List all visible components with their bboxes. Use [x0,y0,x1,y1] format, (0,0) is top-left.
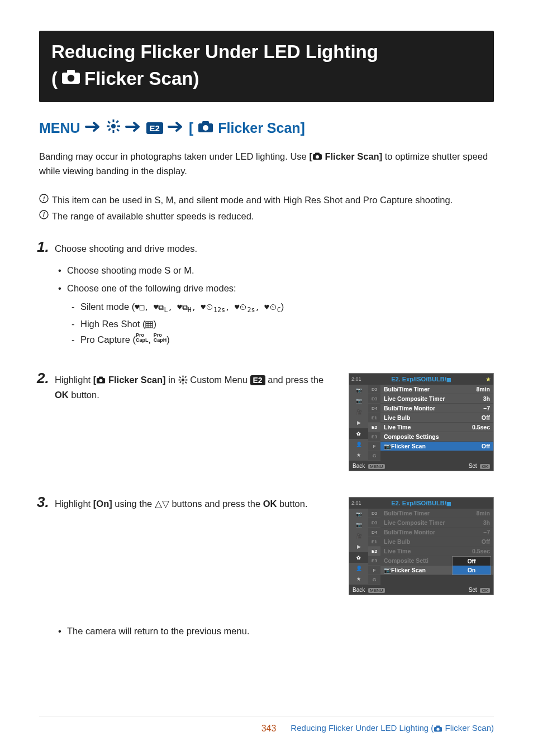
bracket-open: [ [189,120,193,136]
svg-rect-38 [179,381,182,384]
svg-rect-10 [116,120,119,123]
svg-rect-32 [182,382,183,384]
step-number: 3. [37,494,49,511]
svg-point-14 [203,125,208,131]
menu-label: MENU [39,120,80,136]
mode-s: S [154,195,160,205]
arrow-right-icon [125,119,142,137]
svg-rect-8 [107,121,111,124]
info-circle-icon: i [39,209,49,224]
steps-list: 1. Choose shooting and drive modes. Choo… [39,242,494,639]
comma: , [160,195,165,205]
popup-option-off: Off [453,557,491,566]
page-title-bar: Reducing Flicker Under LED Lighting ( Fl… [39,31,494,102]
svg-point-2 [68,75,74,82]
menu-path: MENU E2 [ Flicker Scan] [39,119,494,137]
svg-rect-33 [178,380,180,381]
svg-rect-7 [117,125,120,127]
svg-point-30 [182,379,184,381]
svg-rect-4 [112,119,114,122]
camera-icon: 📷 [384,567,391,573]
menu-rows: Bulb/Time Timer8min Live Composite Timer… [380,509,493,585]
menu-row: Bulb/Time Monitor–7 [380,528,493,537]
svg-rect-31 [182,376,183,377]
star-icon: ★ [481,376,491,383]
camera-menu-screenshot-b: 2:01 E2. Exp/ISO/BULB/▦ 📷 📷 🎥 ▶ ✿ 👤 ★ [349,497,494,595]
gear-icon [106,119,121,137]
menu-left-tabs: 📷 📷 🎥 ▶ ✿ 👤 ★ [349,509,368,585]
svg-point-29 [99,379,103,382]
svg-rect-36 [185,381,187,384]
menu-footer: Back MENU Set OK [349,585,493,595]
title-tail: Flicker Scan) [84,65,199,92]
arrow-right-icon [85,119,102,137]
step3-return-note: The camera will return to the previous m… [67,624,494,639]
note-caution: ! This item can be used in S, M, and sil… [39,193,494,208]
svg-rect-6 [107,125,110,127]
svg-rect-28 [99,377,103,379]
menu-rows: Bulb/Time Timer8min Live Composite Timer… [380,385,493,461]
svg-rect-34 [185,380,187,381]
tab-icon-gear: ✿ [349,428,368,439]
svg-rect-16 [315,152,320,155]
step-2: 2. Highlight [ Flicker Scan] in Custom M… [55,373,494,471]
svg-text:i: i [43,212,45,218]
footer-link[interactable]: Reducing Flicker Under LED Lighting ( Fl… [291,723,494,734]
svg-rect-37 [184,376,187,379]
iso-icon: ▦ [446,377,451,382]
svg-rect-35 [179,376,181,379]
title-line1: Reducing Flicker Under LED Lighting [51,39,482,65]
notes-section: ! This item can be used in S, M, and sil… [39,193,494,224]
intro-paragraph: Banding may occur in photographs taken u… [39,150,494,179]
gear-icon [178,375,188,385]
menu-head-left: 2:01 [351,500,361,506]
menu-footer: Back MENU Set OK [349,461,493,471]
svg-rect-5 [112,130,114,133]
step3-text: Highlight [On] using the △▽ buttons and … [55,497,339,511]
triangle-down-icon: ▽ [162,499,169,509]
camera-icon [434,724,442,734]
step-3: 3. Highlight [On] using the △▽ buttons a… [55,497,494,639]
svg-rect-40 [436,726,440,728]
menu-sub-tabs: D2 D3 D4 E1 E2 E3 F G [368,385,380,461]
procap-l-icon: ProCapL [136,333,149,343]
tab-icon: ▶ [349,417,368,428]
drive-highres: High Res Shot () [80,316,494,332]
menu-row-selected: 📷Flicker ScanOff [380,442,493,451]
e2-chip: E2 [146,122,163,134]
note1-tail: , and silent mode and with High Res Shot… [173,195,453,205]
menu-head-title: E2. Exp/ISO/BULB/▦ [361,500,481,506]
camera-icon [198,119,213,137]
tab-icon: 📷 [349,385,368,395]
title-paren-open: ( [51,65,58,92]
breadcrumb-tail: Flicker Scan] [218,120,305,136]
camera-icon [96,374,106,388]
step-1: 1. Choose shooting and drive modes. Choo… [55,242,494,347]
svg-rect-13 [202,121,209,125]
title-line2: ( Flicker Scan) [51,65,482,92]
svg-rect-9 [116,128,120,132]
flicker-scan-label: Flicker Scan] [322,151,382,161]
svg-text:!: ! [43,195,45,202]
arrow-right-icon [168,119,184,137]
silent-drive-icons: ♥□, ♥⧉L, ♥⧉H, ♥⏲12s, ♥⏲2s, ♥⏲C [135,303,281,312]
step-number: 1. [37,238,49,256]
menu-head-left: 2:01 [351,376,361,382]
tab-icon: ★ [349,450,368,461]
intro-text: Banding may occur in photographs taken u… [39,151,309,161]
page-number: 343 [261,724,277,734]
svg-rect-1 [67,70,75,74]
menu-row: Composite Settings [380,432,493,442]
procap-h-icon: ProCapH [154,333,167,343]
step1-text: Choose shooting and drive modes. [55,242,494,256]
camera-icon [61,65,81,92]
menu-row: Bulb/Time Timer8min [380,385,493,394]
svg-point-17 [316,155,319,159]
step1-bullet-b: Choose one of the following drive modes:… [67,281,494,347]
step1-bullet-a: Choose shooting mode S or M. [67,264,494,278]
drive-procapture: Pro Capture (ProCapL, ProCapH) [80,332,494,347]
note-info: i The range of available shutter speeds … [39,209,494,224]
svg-rect-22 [146,322,153,328]
camera-menu-screenshot-a: 2:01 E2. Exp/ISO/BULB/▦ ★ 📷 📷 🎥 ▶ ✿ 👤 ★ [349,373,494,471]
info-circle-icon: ! [39,193,49,208]
